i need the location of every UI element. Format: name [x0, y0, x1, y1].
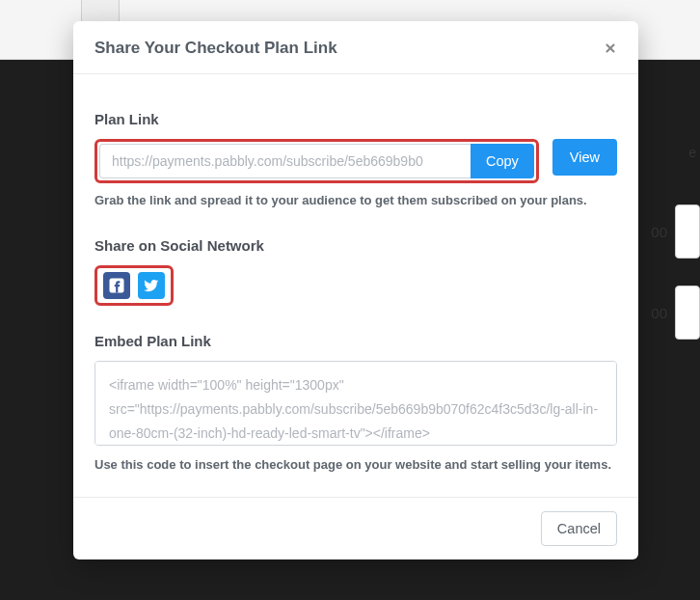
modal-footer: Cancel	[73, 497, 638, 559]
plan-link-row: Copy View	[94, 139, 617, 183]
embed-code-textarea[interactable]	[94, 361, 617, 446]
modal-body: Plan Link Copy View Grab the link and sp…	[73, 74, 638, 497]
copy-button[interactable]: Copy	[471, 144, 534, 178]
modal-title: Share Your Checkout Plan Link	[94, 39, 337, 58]
social-highlight	[94, 265, 174, 306]
embed-label: Embed Plan Link	[94, 333, 617, 349]
cancel-button[interactable]: Cancel	[541, 511, 617, 546]
plan-link-highlight: Copy	[94, 139, 539, 183]
modal-header: Share Your Checkout Plan Link	[73, 21, 638, 74]
plan-link-section: Plan Link Copy View Grab the link and sp…	[94, 111, 617, 210]
close-icon[interactable]	[604, 41, 617, 55]
embed-section: Embed Plan Link Use this code to insert …	[94, 333, 617, 475]
social-section: Share on Social Network	[94, 237, 617, 306]
facebook-icon	[108, 277, 125, 294]
bg-fragment: e	[688, 145, 696, 160]
plan-link-helper: Grab the link and spread it to your audi…	[94, 191, 617, 210]
bg-price-1: 00	[651, 224, 667, 240]
plan-link-input-group: Copy	[99, 144, 534, 178]
twitter-icon	[144, 278, 159, 293]
bg-action-btn[interactable]	[675, 286, 700, 340]
plan-link-label: Plan Link	[94, 111, 617, 127]
view-button[interactable]: View	[552, 139, 617, 176]
share-checkout-modal: Share Your Checkout Plan Link Plan Link …	[73, 21, 638, 559]
plan-link-input[interactable]	[99, 144, 471, 178]
bg-row-1: 00	[651, 205, 700, 259]
bg-price-2: 00	[651, 305, 667, 321]
facebook-share-button[interactable]	[103, 272, 130, 299]
social-label: Share on Social Network	[94, 237, 617, 254]
embed-helper: Use this code to insert the checkout pag…	[94, 455, 617, 475]
bg-action-btn[interactable]	[675, 205, 700, 259]
bg-row-2: 00	[651, 286, 700, 340]
twitter-share-button[interactable]	[138, 272, 165, 299]
